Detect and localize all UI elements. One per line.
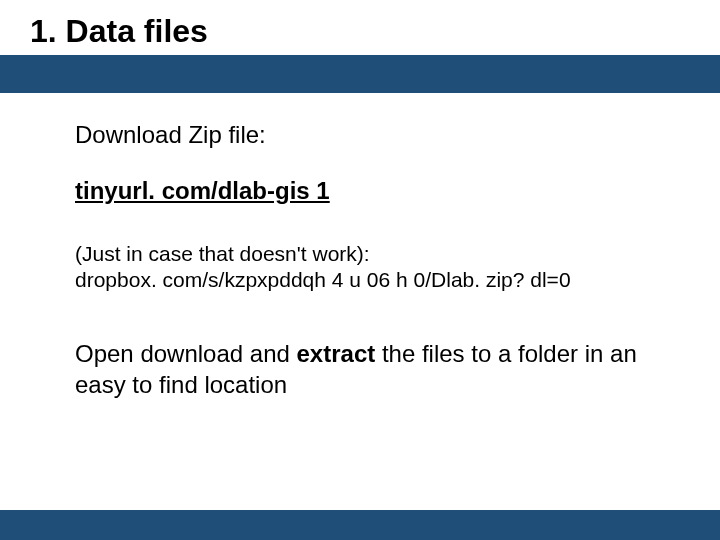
fallback-url: dropbox. com/s/kzpxpddqh 4 u 06 h 0/Dlab…	[75, 267, 660, 293]
download-label: Download Zip file:	[75, 121, 660, 149]
fallback-label: (Just in case that doesn't work):	[75, 241, 660, 267]
download-link[interactable]: tinyurl. com/dlab-gis 1	[75, 177, 660, 205]
slide-title-area: 1. Data files	[0, 0, 720, 49]
footer-band	[0, 510, 720, 540]
instruction-text: Open download and extract the files to a…	[75, 338, 660, 400]
instruction-pre: Open download and	[75, 340, 297, 367]
slide-body: Download Zip file: tinyurl. com/dlab-gis…	[0, 93, 720, 400]
header-band	[0, 55, 720, 93]
slide-title: 1. Data files	[30, 14, 720, 49]
instruction-bold: extract	[297, 340, 376, 367]
